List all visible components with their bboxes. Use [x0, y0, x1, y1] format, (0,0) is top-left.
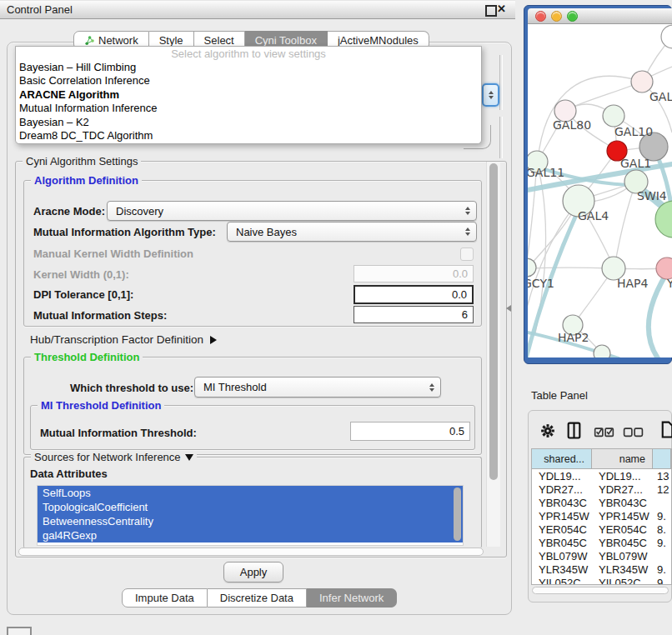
stepper-down-icon [489, 96, 494, 99]
column-header-name[interactable]: name [592, 449, 653, 468]
close-light[interactable] [535, 11, 546, 22]
dpi-tolerance-label: DPI Tolerance [0,1]: [33, 288, 133, 301]
settings-horizontal-scrollbar[interactable] [18, 548, 484, 556]
algorithm-option-aracne-algorithm[interactable]: ARACNE Algorithm [16, 88, 481, 102]
table-row[interactable]: YIL052CYIL052C9. [532, 577, 671, 585]
unchecked-columns-icon[interactable] [623, 428, 644, 438]
group-title: Algorithm Definition [31, 174, 142, 187]
algorithm-option-bayesian-hill-climbing[interactable]: Bayesian – Hill Climbing [16, 61, 481, 74]
checked-columns-icon[interactable] [594, 427, 614, 438]
manual-kernel-width-checkbox[interactable] [460, 248, 474, 261]
table-row[interactable]: YBR043CYBR043C [532, 496, 671, 509]
network-node-top-right[interactable] [661, 25, 672, 48]
split-view-icon[interactable] [567, 422, 581, 439]
algorithm-option-basic-correlation-inference[interactable]: Basic Correlation Inference [16, 74, 481, 88]
column-header-shared[interactable]: shared... [532, 449, 592, 468]
mi-steps-field[interactable]: 6 [354, 306, 474, 323]
zoom-light[interactable] [567, 11, 578, 22]
dpi-tolerance-value: 0.0 [452, 288, 467, 301]
table-row[interactable]: YBL079WYBL079W [532, 550, 671, 563]
tab-label: Infer Network [319, 592, 384, 604]
dropdown-prompt: Select algorithm to view settings [16, 47, 481, 61]
control-panel-titlebar[interactable]: Control Panel ✕ [0, 0, 515, 19]
algorithm-option-dream8-dc-tdc-algorithm[interactable]: Dream8 DC_TDC Algorithm [16, 129, 481, 142]
network-node-bottom-node[interactable] [594, 345, 610, 358]
mi-algorithm-type-select[interactable]: Naive Bayes [227, 222, 477, 242]
network-node-label: Y [666, 277, 672, 290]
attribute-item-gal4rgexp[interactable]: gal4RGexp [38, 528, 463, 542]
table-cell: 9. [653, 510, 671, 522]
hub-definition-expander[interactable]: Hub/Transcription Factor Definition [30, 333, 217, 346]
table-cell: YBR043C [592, 497, 653, 509]
table-row[interactable]: YBR045CYBR045C9. [532, 536, 671, 549]
attribute-item-selfloops[interactable]: SelfLoops [38, 486, 463, 500]
attribute-item-topologicalcoefficient[interactable]: TopologicalCoefficient [38, 500, 463, 514]
which-threshold-select[interactable]: MI Threshold [194, 377, 441, 398]
aracne-mode-select[interactable]: Discovery [107, 201, 477, 221]
mi-threshold-value: 0.5 [449, 425, 464, 438]
table-panel-title: Table Panel [531, 389, 588, 402]
kernel-width-field: 0.0 [354, 265, 474, 282]
which-threshold-value: MI Threshold [203, 381, 267, 393]
dpi-tolerance-field[interactable]: 0.0 [354, 285, 474, 304]
network-node-label: HAP2 [558, 331, 589, 344]
settings-vertical-scrollbar[interactable] [486, 162, 500, 547]
tab-discretize-data[interactable]: Discretize Data [208, 588, 307, 608]
document-icon[interactable] [661, 421, 672, 438]
table-horizontal-scrollbar[interactable] [532, 587, 669, 594]
mi-threshold-label: Mutual Information Threshold: [40, 427, 197, 439]
tab-impute-data[interactable]: Impute Data [122, 588, 208, 608]
table-cell: YBL079W [592, 550, 653, 562]
table-cell: 9. [653, 537, 671, 549]
table-row[interactable]: YLR345WYLR345W9. [532, 563, 671, 577]
focused-combo-stepper[interactable] [482, 83, 499, 107]
scrollbar-thumb[interactable] [489, 163, 498, 480]
algorithm-option-mutual-information-inference[interactable]: Mutual Information Inference [16, 102, 481, 115]
aracne-mode-label: Aracne Mode: [33, 205, 105, 218]
table-row[interactable]: YDL19...YDL19...13 [532, 469, 671, 482]
data-attributes-list[interactable]: SelfLoopsTopologicalCoefficientBetweenne… [37, 485, 464, 546]
network-node-label: GCY1 [528, 277, 554, 290]
table-cell: 12 [653, 483, 671, 496]
tab-label: jActiveMNodules [338, 34, 419, 47]
network-node-label: GAL4 [578, 209, 609, 222]
network-icon [84, 35, 95, 46]
node-table[interactable]: shared...name YDL19...YDL19...13YDR27...… [531, 448, 672, 585]
list-scrollbar-thumb[interactable] [454, 488, 461, 541]
table-cell: YDR27... [532, 483, 592, 496]
mi-algorithm-type-value: Naive Bayes [236, 226, 297, 238]
algorithm-option-bayesian-k2[interactable]: Bayesian – K2 [16, 116, 481, 129]
group-title: Threshold Definition [31, 351, 143, 363]
gear-icon[interactable] [540, 423, 555, 438]
kernel-width-value: 0.0 [453, 268, 468, 280]
panel-splitter-handle[interactable] [506, 305, 511, 312]
network-window-titlebar[interactable] [528, 8, 672, 24]
network-node-gcy1[interactable] [528, 258, 536, 277]
apply-button[interactable]: Apply [223, 562, 283, 582]
apply-label: Apply [240, 566, 268, 578]
table-cell: YBR045C [592, 537, 653, 549]
table-row[interactable]: YPR145WYPR145W9. [532, 509, 671, 522]
network-node-label: GAL10 [614, 125, 653, 138]
table-cell: 9. [653, 577, 671, 585]
stepper-up-icon [489, 91, 494, 94]
minimize-light[interactable] [551, 11, 562, 22]
table-cell: YBR045C [532, 537, 592, 549]
table-cell: YDR27... [592, 483, 653, 496]
float-icon[interactable] [485, 5, 497, 17]
network-node-label: SWI4 [637, 189, 667, 202]
tab-infer-network[interactable]: Infer Network [307, 588, 397, 608]
network-node-gal10[interactable] [603, 105, 624, 127]
table-row[interactable]: YER054CYER054C8. [532, 522, 671, 536]
mi-threshold-field[interactable]: 0.5 [350, 422, 470, 441]
network-node-label: HAP4 [617, 277, 649, 290]
table-cell: 8. [653, 523, 671, 536]
column-header-2[interactable] [653, 449, 671, 468]
network-graph[interactable]: GALGAL80GAL10GAL1GAL11SWI4GAL4GCY1HAP4YH… [528, 24, 672, 358]
attribute-item-betweennesscentrality[interactable]: BetweennessCentrality [38, 514, 463, 528]
close-icon[interactable]: ✕ [497, 2, 506, 15]
table-row[interactable]: YDR27...YDR27...12 [532, 482, 671, 496]
collapse-down-icon[interactable] [185, 454, 193, 461]
mi-steps-value: 6 [462, 308, 468, 321]
table-cell: YDL19... [592, 470, 653, 482]
